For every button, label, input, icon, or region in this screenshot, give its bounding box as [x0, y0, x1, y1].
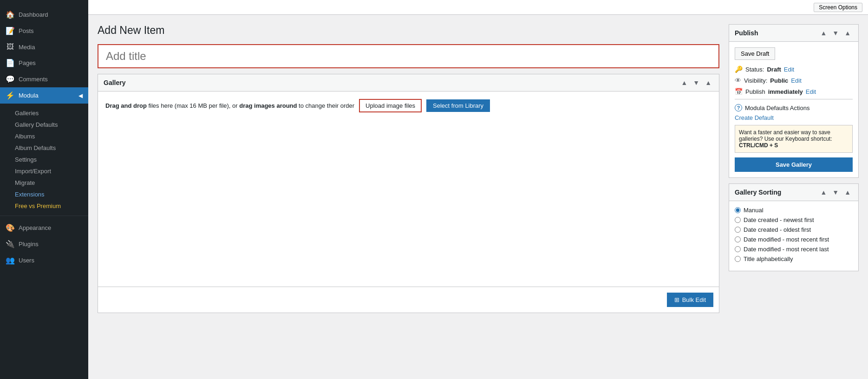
gallery-up-button[interactable]: ▲ — [679, 78, 689, 87]
sorting-radio-manual[interactable] — [735, 207, 741, 213]
sidebar-item-modula[interactable]: ⚡ Modula ◀ — [0, 87, 88, 104]
visibility-value: Public — [770, 77, 788, 84]
users-icon: 👥 — [6, 256, 15, 265]
sidebar-item-plugins[interactable]: 🔌 Plugins — [0, 236, 88, 252]
status-edit-link[interactable]: Edit — [784, 66, 794, 73]
sorting-option-date-modified-recent: Date modified - most recent first — [735, 236, 853, 243]
sidebar-item-media[interactable]: 🖼 Media — [0, 39, 88, 55]
create-default-link[interactable]: Create Default — [735, 114, 774, 121]
sidebar-sub-import-export[interactable]: Import/Export — [0, 165, 88, 177]
sidebar-item-pages[interactable]: 📄 Pages — [0, 55, 88, 71]
sidebar-sub-settings[interactable]: Settings — [0, 154, 88, 165]
modula-arrow: ◀ — [78, 92, 83, 99]
page-title: Add New Item — [98, 24, 719, 37]
gallery-drop-text: Drag and drop files here (max 16 MB per … — [105, 102, 354, 109]
sidebar-item-posts[interactable]: 📝 Posts — [0, 23, 88, 39]
sidebar-item-users[interactable]: 👥 Users — [0, 252, 88, 268]
publish-collapse-button[interactable]: ▲ — [842, 28, 853, 38]
visibility-label: Visibility: — [744, 77, 767, 84]
visibility-icon: 👁 — [735, 77, 741, 84]
gallery-collapse-button[interactable]: ▲ — [703, 78, 713, 87]
pages-icon: 📄 — [6, 59, 15, 67]
title-input-wrapper — [98, 44, 719, 68]
main-area: Screen Options Add New Item Gallery ▲ ▼ … — [88, 0, 868, 379]
sidebar-divider — [0, 216, 88, 216]
posts-icon: 📝 — [6, 26, 15, 35]
sidebar-item-plugins-label: Plugins — [19, 241, 39, 248]
sorting-radio-date-newest[interactable] — [735, 217, 741, 223]
publish-box-body: Save Draft 🔑 Status: Draft Edit 👁 Visibi… — [729, 42, 858, 177]
drag-images-bold: drag images around — [239, 102, 297, 109]
gallery-footer: ⊞ Bulk Edit — [98, 287, 719, 313]
sorting-label-date-newest[interactable]: Date created - newest first — [744, 216, 814, 223]
sorting-label-date-modified-recent[interactable]: Date modified - most recent first — [744, 236, 829, 243]
sidebar-sub-albums[interactable]: Albums — [0, 131, 88, 142]
comments-icon: 💬 — [6, 75, 15, 84]
screen-options-button[interactable]: Screen Options — [814, 3, 862, 12]
dashboard-icon: 🏠 — [6, 10, 15, 19]
publish-down-button[interactable]: ▼ — [830, 28, 841, 38]
sorting-collapse-button[interactable]: ▲ — [842, 188, 853, 197]
sorting-radio-date-oldest[interactable] — [735, 227, 741, 233]
keyboard-shortcut-value: CTRL/CMD + S — [739, 142, 778, 149]
save-draft-button[interactable]: Save Draft — [735, 47, 775, 60]
bottom-nav: 🎨 Appearance 🔌 Plugins 👥 Users — [0, 218, 88, 270]
sidebar-sub-galleries[interactable]: Galleries — [0, 107, 88, 119]
sidebar-item-appearance-label: Appearance — [19, 224, 51, 231]
sidebar: 🏠 Dashboard 📝 Posts 🖼 Media 📄 Pages 💬 Co… — [0, 0, 88, 379]
modula-icon: ⚡ — [6, 91, 15, 100]
media-icon: 🖼 — [6, 43, 15, 51]
title-input[interactable] — [98, 45, 718, 67]
sidebar-sub-gallery-defaults[interactable]: Gallery Defaults — [0, 119, 88, 131]
sorting-option-manual: Manual — [735, 207, 853, 214]
sidebar-sub-extensions[interactable]: Extensions — [0, 189, 88, 200]
keyboard-shortcut-notice: Want a faster and easier way to save gal… — [735, 125, 853, 153]
sidebar-sub-album-defaults[interactable]: Album Defaults — [0, 142, 88, 154]
sidebar-item-modula-label: Modula — [19, 92, 39, 99]
gallery-header: Gallery ▲ ▼ ▲ — [98, 74, 719, 91]
sorting-label-date-oldest[interactable]: Date created - oldest first — [744, 226, 811, 233]
sorting-down-button[interactable]: ▼ — [830, 188, 841, 197]
gallery-sorting-box: Gallery Sorting ▲ ▼ ▲ Manual Date create — [729, 183, 859, 271]
visibility-row: 👁 Visibility: Public Edit — [735, 77, 853, 84]
sorting-up-button[interactable]: ▲ — [818, 188, 829, 197]
visibility-edit-link[interactable]: Edit — [791, 77, 801, 84]
select-from-library-button[interactable]: Select from Library — [426, 99, 490, 112]
bulk-edit-button[interactable]: ⊞ Bulk Edit — [667, 293, 713, 307]
sidebar-item-posts-label: Posts — [19, 27, 34, 34]
sorting-label-date-modified-last[interactable]: Date modified - most recent last — [744, 246, 829, 253]
gallery-sorting-body: Manual Date created - newest first Date … — [729, 201, 858, 271]
sorting-option-title-alpha: Title alphabetically — [735, 255, 853, 262]
sorting-label-manual[interactable]: Manual — [744, 207, 764, 214]
drag-drop-bold: Drag and drop — [105, 102, 147, 109]
modula-defaults-label: Modula Defaults Actions — [745, 105, 809, 111]
sidebar-item-dashboard[interactable]: 🏠 Dashboard — [0, 7, 88, 23]
gallery-sorting-header: Gallery Sorting ▲ ▼ ▲ — [729, 184, 858, 201]
status-row: 🔑 Status: Draft Edit — [735, 65, 853, 73]
publish-edit-link[interactable]: Edit — [806, 88, 816, 95]
help-icon: ? — [735, 104, 742, 111]
sidebar-sub-free-vs-premium[interactable]: Free vs Premium — [0, 200, 88, 212]
gallery-body: Drag and drop files here (max 16 MB per … — [98, 91, 719, 287]
gallery-sorting-title: Gallery Sorting — [735, 189, 781, 196]
gallery-sorting-controls: ▲ ▼ ▲ — [818, 188, 853, 197]
sidebar-item-appearance[interactable]: 🎨 Appearance — [0, 220, 88, 236]
publish-box-title: Publish — [735, 29, 758, 37]
gallery-down-button[interactable]: ▼ — [691, 78, 701, 87]
sidebar-item-comments[interactable]: 💬 Comments — [0, 71, 88, 87]
sorting-option-date-oldest: Date created - oldest first — [735, 226, 853, 233]
gallery-title: Gallery — [104, 79, 125, 86]
right-column: Publish ▲ ▼ ▲ Save Draft 🔑 Status: Draft… — [729, 24, 859, 370]
calendar-icon: 📅 — [735, 88, 743, 95]
sidebar-sub-migrate[interactable]: Migrate — [0, 177, 88, 189]
gallery-drop-area: Drag and drop files here (max 16 MB per … — [105, 99, 711, 112]
save-gallery-button[interactable]: Save Gallery — [735, 157, 853, 172]
sorting-label-title-alpha[interactable]: Title alphabetically — [744, 255, 793, 262]
publish-up-button[interactable]: ▲ — [818, 28, 829, 38]
sorting-radio-title-alpha[interactable] — [735, 256, 741, 262]
left-column: Add New Item Gallery ▲ ▼ ▲ — [98, 24, 719, 370]
sorting-radio-date-modified-last[interactable] — [735, 246, 741, 252]
upload-image-files-button[interactable]: Upload image files — [359, 99, 422, 112]
sidebar-item-comments-label: Comments — [19, 76, 48, 83]
sorting-radio-date-modified-recent[interactable] — [735, 236, 741, 242]
